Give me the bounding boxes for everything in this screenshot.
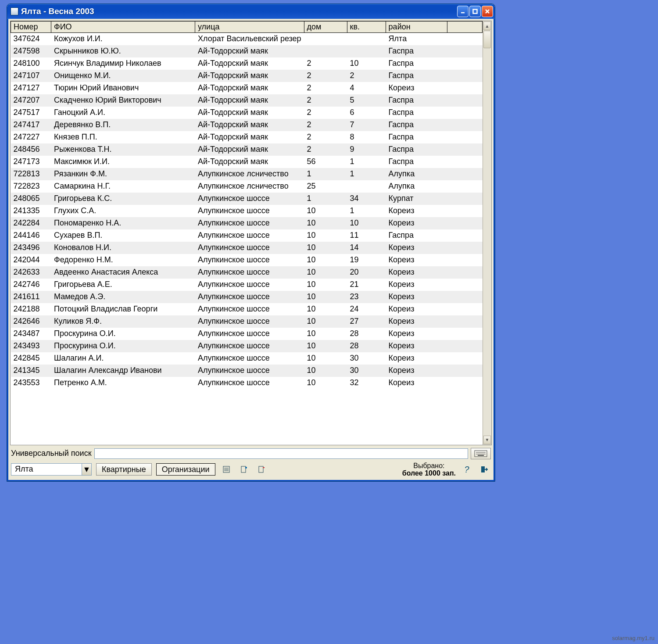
table-row[interactable]: 242633Авдеенко Анастасия АлексаАлупкинск…	[11, 266, 483, 279]
table-row[interactable]: 242284Пономаренко Н.А.Алупкинское шоссе1…	[11, 217, 483, 229]
app-icon	[11, 7, 18, 15]
table-row[interactable]: 248100Ясинчук Владимир НиколаевАй-Тодорс…	[11, 57, 483, 70]
cell-fio: Самаркина Н.Г.	[51, 180, 195, 193]
table-row[interactable]: 243496Коновалов Н.И.Алупкинское шоссе101…	[11, 242, 483, 254]
table-row[interactable]: 247227Князев П.П.Ай-Тодорский маяк28Гасп…	[11, 131, 483, 143]
table-row[interactable]: 242646Куликов Я.Ф.Алупкинское шоссе1027К…	[11, 315, 483, 328]
cell-fio: Глухих С.А.	[51, 205, 195, 217]
scroll-down-arrow-icon[interactable]: ▼	[483, 436, 491, 444]
cell-house: 2	[304, 119, 347, 131]
col-header-apt[interactable]: кв.	[347, 21, 386, 33]
table-row[interactable]: 242746Григорьева А.Е.Алупкинское шоссе10…	[11, 279, 483, 291]
table-row[interactable]: 242044Федоренко Н.М.Алупкинское шоссе101…	[11, 254, 483, 266]
col-header-number[interactable]: Номер	[11, 21, 51, 33]
scroll-track[interactable]	[483, 31, 491, 435]
cell-dist: Кореиз	[386, 352, 447, 365]
cell-house: 10	[304, 315, 347, 328]
close-button[interactable]	[482, 6, 493, 17]
cell-dist: Кореиз	[386, 82, 447, 94]
cell-apt: 1	[347, 168, 386, 180]
cell-apt: 10	[347, 217, 386, 229]
table-row[interactable]: 248065Григорьева К.С.Алупкинское шоссе13…	[11, 193, 483, 205]
cell-num: 241611	[11, 291, 51, 303]
table-row[interactable]: 247207Скадченко Юрий ВикторовичАй-Тодорс…	[11, 94, 483, 107]
add-record-button[interactable]	[237, 463, 250, 476]
list-view-button[interactable]	[220, 463, 233, 476]
cell-fio: Тюрин Юрий Иванович	[51, 82, 195, 94]
table-row[interactable]: 243487Проскурина О.И.Алупкинское шоссе10…	[11, 328, 483, 340]
cell-house: 2	[304, 57, 347, 70]
col-header-district[interactable]: район	[386, 21, 447, 33]
city-combo[interactable]: Ялта ▼	[11, 463, 92, 476]
cell-apt: 1	[347, 156, 386, 168]
table-row[interactable]: 247598Скрынников Ю.Ю.Ай-Тодорский маякГа…	[11, 45, 483, 57]
cell-num: 347624	[11, 33, 51, 45]
table-row[interactable]: 244146Сухарев В.П.Алупкинское шоссе1011Г…	[11, 229, 483, 242]
keyboard-button[interactable]	[471, 448, 491, 459]
cell-num: 247227	[11, 131, 51, 143]
apartments-button[interactable]: Квартирные	[96, 463, 152, 476]
search-input[interactable]	[94, 448, 468, 459]
scroll-thumb[interactable]	[483, 31, 491, 48]
table-row[interactable]: 247517Ганоцкий А.И.Ай-Тодорский маяк26Га…	[11, 107, 483, 119]
cell-house: 2	[304, 143, 347, 156]
maximize-button[interactable]	[469, 6, 481, 17]
cell-num: 247207	[11, 94, 51, 107]
table-row[interactable]: 243493Проскурина О.И.Алупкинское шоссе10…	[11, 340, 483, 352]
cell-street: Алупкинское шоссе	[195, 193, 304, 205]
cell-num: 244146	[11, 229, 51, 242]
cell-street: Алупкинское шоссе	[195, 242, 304, 254]
vertical-scrollbar[interactable]: ▲ ▼	[483, 21, 491, 445]
titlebar[interactable]: Ялта - Весна 2003	[7, 4, 495, 19]
table-row[interactable]: 242845Шалагин А.И.Алупкинское шоссе1030К…	[11, 352, 483, 365]
bottom-toolbar: Ялта ▼ Квартирные Организации	[8, 460, 494, 480]
cell-street: Ай-Тодорский маяк	[195, 45, 304, 57]
cell-house: 10	[304, 340, 347, 352]
table-row[interactable]: 722823Самаркина Н.Г.Алупкинское лсничест…	[11, 180, 483, 193]
cell-street: Ай-Тодорский маяк	[195, 107, 304, 119]
col-header-fio[interactable]: ФИО	[51, 21, 195, 33]
cell-dist: Кореиз	[386, 254, 447, 266]
selection-label: Выбрано:	[402, 462, 456, 470]
search-bar: Универсальный поиск	[8, 447, 494, 460]
cell-street: Алупкинское шоссе	[195, 303, 304, 315]
table-row[interactable]: 247127Тюрин Юрий ИвановичАй-Тодорский ма…	[11, 82, 483, 94]
chevron-down-icon[interactable]: ▼	[82, 464, 91, 475]
table-row[interactable]: 247173Максимюк И.И.Ай-Тодорский маяк561Г…	[11, 156, 483, 168]
organizations-button[interactable]: Организации	[156, 463, 215, 476]
cell-apt: 2	[347, 70, 386, 82]
cell-street: Алупкинское шоссе	[195, 254, 304, 266]
table-row[interactable]: 722813Рязанкин Ф.М.Алупкинское лсничеств…	[11, 168, 483, 180]
help-button[interactable]: ?	[460, 463, 473, 476]
table-row[interactable]: 242188Потоцкий Владислав ГеоргиАлупкинск…	[11, 303, 483, 315]
table-row[interactable]: 247107Онищенко М.И.Ай-Тодорский маяк22Га…	[11, 70, 483, 82]
minimize-button[interactable]	[457, 6, 468, 17]
delete-record-button[interactable]	[255, 463, 268, 476]
table-header-row: Номер ФИО улица дом кв. район	[11, 21, 483, 33]
cell-fio: Максимюк И.И.	[51, 156, 195, 168]
table-row[interactable]: 241335Глухих С.А.Алупкинское шоссе101Кор…	[11, 205, 483, 217]
cell-num: 722813	[11, 168, 51, 180]
cell-house: 10	[304, 242, 347, 254]
table-row[interactable]: 248456Рыженкова Т.Н.Ай-Тодорский маяк29Г…	[11, 143, 483, 156]
table-row[interactable]: 347624Кожухов И.И. Хлорат Васильевский р…	[11, 33, 483, 45]
cell-dist: Ялта	[386, 33, 447, 45]
col-header-spacer	[447, 21, 482, 33]
table-row[interactable]: 243553Петренко А.М.Алупкинское шоссе1032…	[11, 377, 483, 389]
cell-house: 1	[304, 168, 347, 180]
cell-num: 241335	[11, 205, 51, 217]
cell-num: 243496	[11, 242, 51, 254]
exit-button[interactable]	[478, 463, 491, 476]
col-header-street[interactable]: улица	[195, 21, 304, 33]
cell-dist: Кореиз	[386, 365, 447, 377]
table-row[interactable]: 247417Деревянко В.П.Ай-Тодорский маяк27Г…	[11, 119, 483, 131]
cell-fio: Коновалов Н.И.	[51, 242, 195, 254]
scroll-up-arrow-icon[interactable]: ▲	[483, 21, 491, 30]
cell-house: 10	[304, 377, 347, 389]
col-header-house[interactable]: дом	[304, 21, 347, 33]
table-row[interactable]: 241345Шалагин Александр ИвановиАлупкинск…	[11, 365, 483, 377]
cell-street: Алупкинское шоссе	[195, 291, 304, 303]
table-row[interactable]: 241611Мамедов А.Э.Алупкинское шоссе1023К…	[11, 291, 483, 303]
cell-apt: 8	[347, 131, 386, 143]
cell-house: 10	[304, 328, 347, 340]
